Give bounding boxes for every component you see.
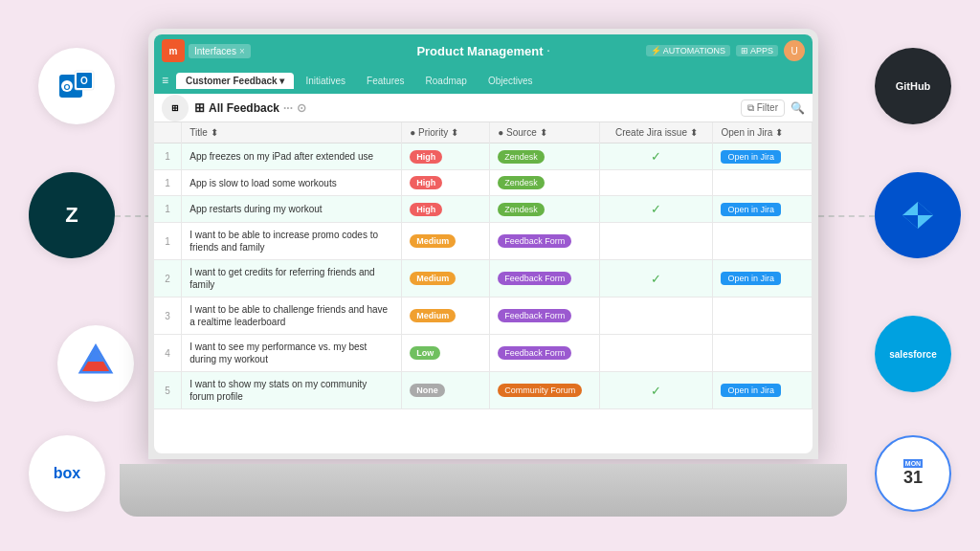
row-jira-check (600, 298, 713, 335)
row-priority: High (402, 170, 490, 196)
row-priority: Medium (402, 298, 490, 335)
col-header-open-jira: Open in Jira ⬍ (713, 122, 813, 143)
row-priority: High (402, 143, 490, 170)
row-title: I want to be able to increase promo code… (182, 223, 402, 260)
top-bar-right: ⚡ AUTOMATIONS ⊞ APPS U (646, 40, 805, 61)
box-logo: box (29, 435, 105, 512)
table-row[interactable]: 1 App is slow to load some workouts High… (154, 170, 813, 196)
laptop-base (120, 464, 847, 517)
row-jira-check: ✓ (600, 372, 713, 409)
source-badge: Feedback Form (498, 346, 571, 360)
app-container: m Interfaces × Product Management · ⚡ AU… (154, 34, 813, 453)
row-num: 5 (154, 372, 182, 409)
table-header-row: Title ⬍ ● Priority ⬍ ● Source ⬍ Create J… (154, 122, 813, 143)
tab-customer-feedback[interactable]: Customer Feedback ▾ (176, 73, 294, 89)
source-badge: Community Forum (498, 384, 582, 397)
table-row[interactable]: 2 I want to get credits for referring fr… (154, 260, 813, 298)
user-avatar[interactable]: U (784, 40, 805, 61)
zendesk-logo: Z (29, 172, 115, 258)
open-jira-button[interactable]: Open in Jira (721, 384, 781, 397)
row-jira-check: ✓ (600, 196, 713, 223)
check-icon: ✓ (651, 149, 661, 164)
row-priority: None (402, 372, 490, 409)
priority-badge: Low (410, 346, 440, 360)
row-num: 2 (154, 260, 182, 298)
row-num: 1 (154, 143, 182, 170)
tab-features[interactable]: Features (357, 73, 413, 89)
row-num: 1 (154, 170, 182, 196)
table-row[interactable]: 1 App freezes on my iPad after extended … (154, 143, 813, 170)
row-jira-check (600, 170, 713, 196)
row-open-jira[interactable]: Open in Jira (713, 143, 813, 170)
row-jira-check (600, 223, 713, 260)
open-jira-button[interactable]: Open in Jira (721, 150, 781, 164)
jira-logo (875, 172, 961, 258)
table-row[interactable]: 3 I want to be able to challenge friends… (154, 298, 813, 335)
svg-text:Z: Z (65, 203, 78, 227)
github-label: GitHub (896, 80, 931, 92)
priority-badge: High (410, 150, 442, 164)
row-num: 1 (154, 223, 182, 260)
toolbar-app-icon: ⊞ (162, 95, 189, 121)
row-title: App freezes on my iPad after extended us… (182, 143, 402, 170)
filter-button[interactable]: ⧉ Filter (741, 99, 785, 117)
toolbar: ⊞ ⊞ All Feedback ··· ⊙ ⧉ Filter 🔍 (154, 94, 813, 122)
check-icon: ✓ (651, 384, 661, 398)
row-title: I want to show my stats on my community … (182, 372, 402, 409)
row-num: 1 (154, 196, 182, 223)
row-jira-check: ✓ (600, 260, 713, 298)
row-priority: High (402, 196, 490, 223)
table-row[interactable]: 5 I want to show my stats on my communit… (154, 372, 813, 409)
table-container: Title ⬍ ● Priority ⬍ ● Source ⬍ Create J… (154, 122, 813, 453)
automations-badge[interactable]: ⚡ AUTOMATIONS (646, 45, 730, 56)
row-open-jira (713, 170, 813, 196)
row-open-jira (713, 223, 813, 260)
source-badge: Zendesk (498, 203, 545, 216)
source-badge: Zendesk (498, 176, 545, 189)
row-title: App restarts during my workout (182, 196, 402, 223)
hamburger-icon[interactable]: ≡ (162, 74, 168, 87)
interfaces-badge[interactable]: Interfaces × (189, 44, 251, 58)
table-row[interactable]: 1 App restarts during my workout High Ze… (154, 196, 813, 223)
priority-badge: None (410, 384, 445, 397)
row-source: Feedback Form (490, 335, 600, 372)
table-row[interactable]: 1 I want to be able to increase promo co… (154, 223, 813, 260)
view-title: ⊞ All Feedback ··· ⊙ (194, 100, 306, 115)
gcal-logo: MON 31 (875, 435, 951, 512)
gdrive-logo (57, 325, 134, 402)
source-badge: Zendesk (498, 150, 545, 164)
check-icon: ✓ (651, 272, 661, 286)
row-source: Zendesk (490, 143, 600, 170)
row-num: 4 (154, 335, 182, 372)
row-open-jira[interactable]: Open in Jira (713, 372, 813, 409)
row-priority: Medium (402, 260, 490, 298)
apps-badge[interactable]: ⊞ APPS (736, 45, 778, 56)
top-bar-left: m Interfaces × (162, 39, 251, 62)
tab-objectives[interactable]: Objectives (479, 73, 543, 89)
tab-initiatives[interactable]: Initiatives (296, 73, 355, 89)
row-priority: Low (402, 335, 490, 372)
open-jira-button[interactable]: Open in Jira (721, 203, 781, 216)
col-header-source: ● Source ⬍ (490, 122, 600, 143)
priority-badge: Medium (410, 272, 456, 285)
row-jira-check (600, 335, 713, 372)
table-row[interactable]: 4 I want to see my performance vs. my be… (154, 335, 813, 372)
row-source: Feedback Form (490, 298, 600, 335)
row-open-jira[interactable]: Open in Jira (713, 196, 813, 223)
open-jira-button[interactable]: Open in Jira (721, 272, 781, 285)
priority-badge: Medium (410, 234, 456, 248)
row-open-jira (713, 335, 813, 372)
tab-roadmap[interactable]: Roadmap (416, 73, 477, 89)
priority-badge: High (410, 203, 442, 216)
row-open-jira (713, 298, 813, 335)
row-open-jira[interactable]: Open in Jira (713, 260, 813, 298)
interfaces-close[interactable]: × (239, 46, 245, 56)
row-title: App is slow to load some workouts (182, 170, 402, 196)
source-badge: Feedback Form (498, 309, 571, 322)
search-button[interactable]: 🔍 (791, 101, 805, 115)
github-logo: GitHub (875, 48, 951, 124)
row-source: Zendesk (490, 196, 600, 223)
row-title: I want to be able to challenge friends a… (182, 298, 402, 335)
row-source: Feedback Form (490, 223, 600, 260)
svg-text:O: O (80, 76, 88, 86)
